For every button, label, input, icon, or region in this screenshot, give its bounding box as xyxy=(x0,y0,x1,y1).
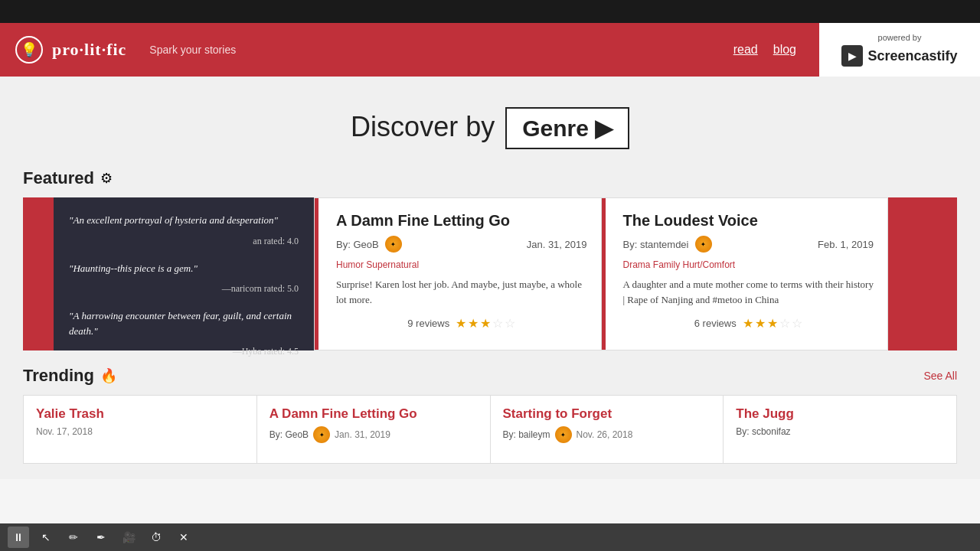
trending-card-1[interactable]: A Damn Fine Letting Go By: GeoB ✦ Jan. 3… xyxy=(256,395,490,464)
trending-2-date: Nov. 26, 2018 xyxy=(577,429,633,440)
screencastify-logo: Screencastify xyxy=(841,45,957,67)
trending-cards: Yalie Trash Nov. 17, 2018 A Damn Fine Le… xyxy=(23,395,957,464)
pen-button[interactable]: ✏ xyxy=(63,527,84,548)
story-2-genres: Drama Family Hurt/Comfort xyxy=(616,257,874,271)
star2-2: ★ xyxy=(755,316,766,331)
genre-button[interactable]: Genre ▶ xyxy=(505,107,629,149)
trending-icon: 🔥 xyxy=(100,367,117,384)
trending-1-avatar: ✦ xyxy=(313,426,330,443)
story-1-genres: Humor Supernatural xyxy=(328,257,587,271)
trending-3-meta: By: scbonifaz xyxy=(736,426,944,437)
story-card-2[interactable]: The Loudest Voice By: stantemdei ✦ Feb. … xyxy=(602,197,889,350)
trending-0-title: Yalie Trash xyxy=(36,406,244,422)
story-2-date: Feb. 1, 2019 xyxy=(818,239,874,250)
logo-area: 💡 pro·lit·fic xyxy=(15,36,126,64)
story-1-author: By: GeoB xyxy=(336,239,379,250)
blog-link[interactable]: blog xyxy=(773,43,796,57)
quote-3-attr: —Hyba rated: 4.5 xyxy=(69,346,299,357)
trending-2-meta: By: baileym ✦ Nov. 26, 2018 xyxy=(503,426,711,443)
trending-1-meta: By: GeoB ✦ Jan. 31, 2019 xyxy=(270,426,478,443)
genre-button-arrow: ▶ xyxy=(595,115,612,142)
trending-1-author: By: GeoB xyxy=(270,429,309,440)
quote-2-attr: —naricorn rated: 5.0 xyxy=(69,283,299,295)
red-accent-1 xyxy=(315,198,318,350)
star-4: ☆ xyxy=(492,316,503,331)
trending-title: Trending xyxy=(23,366,94,386)
story-1-date: Jan. 31, 2019 xyxy=(527,239,587,250)
close-button[interactable]: ✕ xyxy=(173,527,194,548)
read-link[interactable]: read xyxy=(733,43,758,57)
header-nav: read blog xyxy=(733,43,796,57)
pause-button[interactable]: ⏸ xyxy=(8,527,29,548)
logo-text: pro·lit·fic xyxy=(52,40,126,60)
story-2-author: By: stantemdei xyxy=(623,239,689,250)
story-1-avatar: ✦ xyxy=(385,236,402,253)
logo-icon: 💡 xyxy=(15,36,43,64)
star2-5: ☆ xyxy=(792,316,802,331)
trending-header: Trending 🔥 See All xyxy=(23,366,957,386)
quote-3-text: "A harrowing encounter between fear, gui… xyxy=(69,308,299,338)
story-1-title: A Damn Fine Letting Go xyxy=(328,212,587,230)
story-2-avatar: ✦ xyxy=(695,236,712,253)
story-2-title: The Loudest Voice xyxy=(616,212,874,230)
genre-button-label: Genre xyxy=(522,116,589,142)
story-1-reviews: 9 reviews xyxy=(407,318,449,329)
trending-card-2[interactable]: Starting to Forget By: baileym ✦ Nov. 26… xyxy=(490,395,724,464)
camera-button[interactable]: 🎥 xyxy=(118,527,139,548)
story-2-genre-tag: Drama Family Hurt/Comfort xyxy=(623,259,736,270)
story-1-meta: By: GeoB ✦ Jan. 31, 2019 xyxy=(328,236,587,253)
main-content: Discover by Genre ▶ Featured ⚙ "An excel… xyxy=(0,77,980,479)
star-5: ☆ xyxy=(505,316,515,331)
star-1: ★ xyxy=(456,316,466,331)
trending-2-avatar: ✦ xyxy=(555,426,572,443)
star-3: ★ xyxy=(480,316,491,331)
featured-header: Featured ⚙ xyxy=(23,168,957,188)
trending-3-title: The Jugg xyxy=(736,406,944,422)
quote-card: "An excellent portrayal of hysteria and … xyxy=(54,197,314,350)
bottom-toolbar: ⏸ ↖ ✏ ✒ 🎥 ⏱ ✕ xyxy=(0,523,980,551)
quote-1-text: "An excellent portrayal of hysteria and … xyxy=(69,213,299,228)
quote-2-text: "Haunting--this piece is a gem." xyxy=(69,261,299,276)
quote-1-attr: an rated: 4.0 xyxy=(69,236,299,247)
powered-by-text: powered by xyxy=(878,33,922,42)
story-2-reviews: 6 reviews xyxy=(694,318,737,329)
trending-1-date: Jan. 31, 2019 xyxy=(335,429,390,440)
featured-icon: ⚙ xyxy=(100,170,113,187)
site-header: 💡 pro·lit·fic Spark your stories read bl… xyxy=(0,23,980,77)
trending-0-meta: Nov. 17, 2018 xyxy=(36,426,244,437)
cursor-button[interactable]: ↖ xyxy=(35,527,57,548)
featured-section: Featured ⚙ "An excellent portrayal of hy… xyxy=(23,168,957,350)
screencastify-badge: powered by Screencastify xyxy=(819,23,980,77)
story-2-description: A daughter and a mute mother come to ter… xyxy=(616,277,874,307)
story-1-genre-tag: Humor Supernatural xyxy=(336,259,419,270)
story-2-meta: By: stantemdei ✦ Feb. 1, 2019 xyxy=(616,236,874,253)
discover-section: Discover by Genre ▶ xyxy=(23,92,957,168)
marker-button[interactable]: ✒ xyxy=(90,527,112,548)
screencastify-icon xyxy=(841,45,863,67)
story-1-footer: 9 reviews ★ ★ ★ ☆ ☆ xyxy=(328,316,587,331)
red-side-left xyxy=(23,197,54,350)
see-all-link[interactable]: See All xyxy=(923,370,957,382)
story-card-1[interactable]: A Damn Fine Letting Go By: GeoB ✦ Jan. 3… xyxy=(314,197,602,350)
timer-button[interactable]: ⏱ xyxy=(145,527,167,548)
trending-2-title: Starting to Forget xyxy=(503,406,711,422)
story-2-footer: 6 reviews ★ ★ ★ ☆ ☆ xyxy=(616,316,874,331)
trending-card-3[interactable]: The Jugg By: scbonifaz xyxy=(723,395,957,464)
star2-1: ★ xyxy=(743,316,753,331)
top-bar xyxy=(0,0,980,23)
trending-0-date: Nov. 17, 2018 xyxy=(36,426,93,437)
story-2-stars: ★ ★ ★ ☆ ☆ xyxy=(743,316,802,331)
featured-cards: "An excellent portrayal of hysteria and … xyxy=(23,197,957,350)
discover-prefix: Discover by xyxy=(351,111,495,142)
trending-2-author: By: baileym xyxy=(503,429,550,440)
star-2: ★ xyxy=(468,316,479,331)
trending-1-title: A Damn Fine Letting Go xyxy=(270,406,478,422)
star2-3: ★ xyxy=(767,316,778,331)
trending-card-0[interactable]: Yalie Trash Nov. 17, 2018 xyxy=(23,395,256,464)
story-1-stars: ★ ★ ★ ☆ ☆ xyxy=(456,316,515,331)
star2-4: ☆ xyxy=(779,316,790,331)
trending-3-author: By: scbonifaz xyxy=(736,426,790,437)
featured-title: Featured xyxy=(23,168,94,188)
red-accent-2 xyxy=(602,198,606,350)
tagline: Spark your stories xyxy=(149,44,236,56)
